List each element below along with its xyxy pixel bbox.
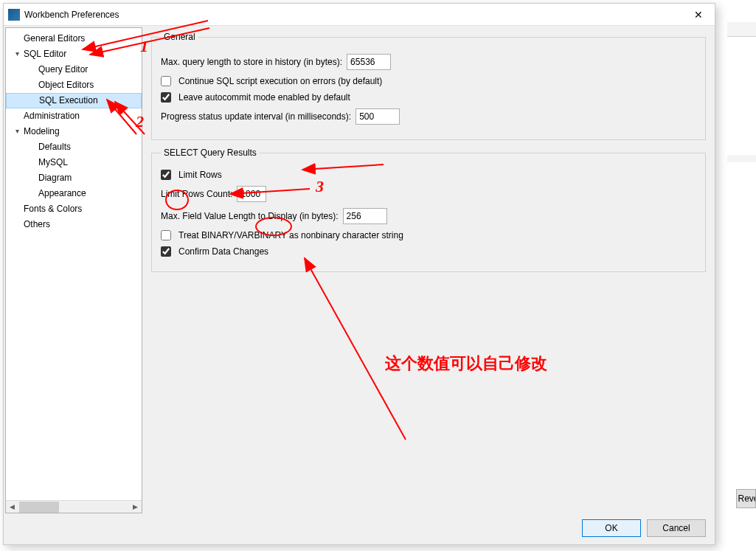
sidebar-item-appearance[interactable]: Appearance (6, 186, 142, 201)
general-group: General Max. query length to store in hi… (151, 32, 706, 140)
max-query-input[interactable] (347, 54, 391, 70)
continue-errors-checkbox[interactable] (161, 76, 171, 86)
progress-label: Progress status update interval (in mill… (161, 111, 351, 122)
close-icon: ✕ (694, 9, 703, 21)
sidebar-item-others[interactable]: Others (6, 217, 142, 232)
autocommit-label: Leave autocommit mode enabled by default (178, 92, 350, 103)
sidebar-item-defaults[interactable]: Defaults (6, 139, 142, 155)
background-stub-1 (727, 22, 756, 37)
sidebar-hscrollbar[interactable]: ◀ ▶ (6, 500, 142, 513)
treat-binary-label: Treat BINARY/VARBINARY as nonbinary char… (178, 230, 403, 240)
limit-rows-checkbox[interactable] (161, 170, 171, 180)
background-button-reve[interactable]: Reve (736, 489, 756, 508)
cancel-button[interactable]: Cancel (647, 519, 706, 537)
background-stub-2 (727, 155, 756, 162)
sidebar-item-modeling[interactable]: ▾ Modeling (6, 124, 142, 139)
body: General Editors ▾ SQL Editor Query Edito… (4, 26, 715, 544)
preferences-window: Workbench Preferences ✕ General Editors … (3, 3, 715, 545)
sidebar-item-query-editor[interactable]: Query Editor (6, 62, 142, 77)
titlebar: Workbench Preferences ✕ (4, 4, 715, 26)
scroll-right-icon[interactable]: ▶ (129, 501, 142, 513)
max-field-input[interactable] (343, 208, 387, 224)
button-bar: OK Cancel (4, 515, 715, 544)
sidebar-item-mysql[interactable]: MySQL (6, 155, 142, 170)
max-field-label: Max. Field Value Length to Display (in b… (161, 211, 339, 221)
limit-rows-count-input[interactable] (237, 186, 266, 202)
sidebar-item-administration[interactable]: Administration (6, 108, 142, 124)
confirm-changes-checkbox[interactable] (161, 246, 171, 257)
limit-rows-label: Limit Rows (178, 170, 222, 180)
progress-input[interactable] (356, 108, 400, 125)
sidebar-item-object-editors[interactable]: Object Editors (6, 77, 142, 93)
continue-errors-label: Continue SQL script execution on errors … (178, 76, 382, 86)
general-legend: General (161, 32, 198, 42)
ok-button[interactable]: OK (582, 519, 641, 537)
confirm-changes-label: Confirm Data Changes (178, 246, 268, 257)
sidebar-item-sql-editor[interactable]: ▾ SQL Editor (6, 46, 142, 62)
close-button[interactable]: ✕ (682, 4, 715, 26)
select-results-legend: SELECT Query Results (161, 148, 260, 158)
nav-tree: General Editors ▾ SQL Editor Query Edito… (6, 28, 142, 235)
sidebar: General Editors ▾ SQL Editor Query Edito… (5, 27, 142, 513)
select-results-group: SELECT Query Results Limit Rows Limit Ro… (151, 148, 706, 272)
sidebar-item-diagram[interactable]: Diagram (6, 170, 142, 186)
max-query-label: Max. query length to store in history (i… (161, 57, 342, 67)
sidebar-item-sql-execution[interactable]: SQL Execution (6, 93, 142, 108)
scroll-thumb[interactable] (19, 502, 59, 513)
treat-binary-checkbox[interactable] (161, 230, 171, 240)
app-icon (8, 9, 20, 21)
window-title: Workbench Preferences (24, 10, 682, 20)
chevron-down-icon: ▾ (13, 48, 21, 58)
chevron-down-icon: ▾ (13, 125, 21, 136)
autocommit-checkbox[interactable] (161, 92, 171, 103)
sidebar-item-general-editors[interactable]: General Editors (6, 31, 142, 46)
limit-rows-count-label: Limit Rows Count: (161, 189, 232, 199)
sidebar-item-fonts-colors[interactable]: Fonts & Colors (6, 201, 142, 217)
scroll-left-icon[interactable]: ◀ (6, 501, 18, 513)
main-panel: General Max. query length to store in hi… (142, 26, 715, 515)
split: General Editors ▾ SQL Editor Query Edito… (4, 26, 715, 515)
